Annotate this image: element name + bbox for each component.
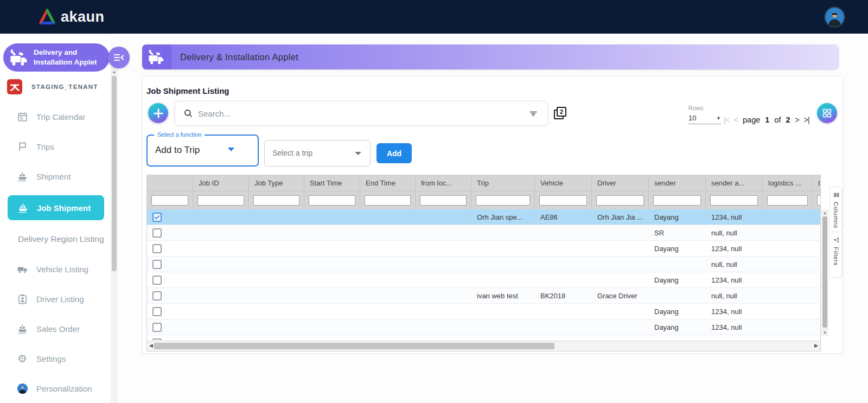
user-avatar[interactable] bbox=[825, 8, 844, 27]
row-checkbox[interactable] bbox=[152, 323, 162, 332]
table-header-row: Job IDJob TypeStart TimeEnd Timefrom loc… bbox=[147, 175, 820, 191]
row-checkbox[interactable] bbox=[152, 228, 162, 238]
chevron-down-icon: ▼ bbox=[716, 116, 721, 121]
sidebar-collapse-button[interactable] bbox=[108, 47, 130, 68]
sidebar-item-settings[interactable]: ⚙Settings bbox=[0, 348, 111, 369]
chevron-down-icon bbox=[355, 152, 361, 155]
column-header-vehicle[interactable]: Vehicle bbox=[535, 175, 592, 191]
sidebar-item-vehicle-listing[interactable]: Vehicle Listing bbox=[0, 258, 111, 280]
column-filter-input-sender_a[interactable] bbox=[710, 195, 758, 206]
search-input[interactable] bbox=[198, 109, 528, 118]
vertical-scrollbar[interactable]: ▲ ▼ bbox=[821, 209, 828, 336]
hscroll-thumb[interactable] bbox=[154, 343, 554, 349]
apps-grid-button[interactable] bbox=[817, 103, 837, 123]
trips-icon bbox=[16, 140, 28, 152]
pages-stack-icon[interactable]: 2 bbox=[554, 107, 569, 121]
column-filter-input-trip[interactable] bbox=[476, 195, 530, 206]
function-select[interactable]: Select a function Add to Trip bbox=[146, 135, 259, 167]
scroll-right-icon[interactable]: ▶ bbox=[814, 343, 818, 348]
column-header-trac[interactable]: trac bbox=[813, 175, 821, 191]
akaun-logo[interactable]: akaun bbox=[38, 9, 105, 25]
table-row[interactable]: Dayang1234, null bbox=[147, 319, 820, 335]
next-page-button[interactable]: > bbox=[795, 116, 799, 124]
column-filter-input-job_id[interactable] bbox=[197, 195, 244, 206]
add-button[interactable]: Add bbox=[376, 143, 412, 163]
chevron-down-icon bbox=[228, 148, 234, 151]
sidebar-item-personalization[interactable]: Personalization bbox=[0, 378, 111, 399]
rows-per-page-select[interactable]: 10 ▼ bbox=[688, 112, 721, 124]
sidebar-item-trips[interactable]: Trips bbox=[0, 136, 111, 157]
sidebar-item-staging-tenant[interactable]: STAGING_TENANT bbox=[0, 76, 111, 98]
row-checkbox[interactable] bbox=[152, 307, 162, 316]
vscroll-thumb[interactable] bbox=[822, 216, 827, 328]
last-page-button[interactable]: >| bbox=[804, 116, 809, 124]
column-filter-input-end_time[interactable] bbox=[365, 195, 411, 206]
column-header-end_time[interactable]: End Time bbox=[360, 175, 416, 191]
column-header-logistics[interactable]: logistics ... bbox=[763, 175, 813, 191]
truck-icon bbox=[16, 263, 28, 275]
trip-select[interactable]: Select a trip bbox=[264, 140, 371, 167]
sidebar-item-driver-listing[interactable]: Driver Listing bbox=[0, 288, 111, 310]
table-row[interactable]: null, null bbox=[147, 257, 820, 272]
table-row[interactable]: Dayang1234, null bbox=[147, 241, 820, 257]
column-filter-input-logistics[interactable] bbox=[767, 195, 808, 206]
prev-page-button[interactable]: < bbox=[734, 116, 738, 124]
horizontal-scrollbar[interactable]: ◀ ▶ bbox=[147, 341, 820, 351]
row-checkbox[interactable] bbox=[152, 291, 162, 300]
column-header-sender_a[interactable]: sender a... bbox=[706, 175, 763, 191]
sidebar-scrollbar[interactable]: ▲ ▼ bbox=[111, 67, 118, 403]
sidebar-applet-header[interactable]: Delivery and Installation Applet bbox=[3, 43, 110, 72]
column-filter-input-driver[interactable] bbox=[596, 195, 644, 206]
cell-start_time bbox=[304, 288, 360, 303]
scroll-up-icon[interactable]: ▲ bbox=[111, 69, 118, 74]
plus-icon bbox=[152, 107, 164, 119]
table-row[interactable]: Dayang1234, null bbox=[147, 272, 820, 288]
sidebar-item-job-shipment[interactable]: Job Shipment bbox=[8, 195, 104, 220]
column-filter-input-select[interactable] bbox=[151, 195, 188, 206]
row-checkbox-checked[interactable] bbox=[152, 213, 162, 222]
sidebar-scroll-thumb[interactable] bbox=[112, 76, 117, 271]
column-filter-input-trac[interactable] bbox=[817, 195, 821, 206]
column-filter-input-sender[interactable] bbox=[653, 195, 701, 206]
column-header-job_type[interactable]: Job Type bbox=[249, 175, 304, 191]
columns-tab[interactable]: Columns bbox=[829, 187, 843, 232]
column-filter-input-start_time[interactable] bbox=[309, 195, 355, 206]
sidebar-item-label: Settings bbox=[36, 354, 66, 363]
scroll-down-icon[interactable]: ▼ bbox=[821, 330, 828, 335]
sidebar-item-trip-calendar[interactable]: Trip Calendar bbox=[0, 106, 111, 127]
add-new-button[interactable] bbox=[148, 103, 168, 123]
column-filter-input-job_type[interactable] bbox=[253, 195, 299, 206]
column-header-trip[interactable]: Trip bbox=[471, 175, 535, 191]
column-header-job_id[interactable]: Job ID bbox=[193, 175, 249, 191]
row-checkbox[interactable] bbox=[152, 244, 162, 253]
total-pages: 2 bbox=[786, 116, 790, 124]
sidebar-item-shipment[interactable]: Shipment bbox=[0, 165, 111, 187]
column-header-driver[interactable]: Driver bbox=[592, 175, 649, 191]
row-checkbox-cell bbox=[147, 225, 193, 240]
column-header-sender[interactable]: sender bbox=[649, 175, 706, 191]
first-page-button[interactable]: |< bbox=[724, 116, 729, 124]
row-checkbox[interactable] bbox=[152, 276, 162, 285]
column-header-start_time[interactable]: Start Time bbox=[304, 175, 360, 191]
sidebar-item-sales-order[interactable]: Sales Order bbox=[0, 318, 111, 340]
cell-end_time bbox=[360, 241, 416, 256]
cell-job_type bbox=[249, 304, 304, 319]
cell-end_time bbox=[360, 304, 416, 319]
sidebar-item-delivery-region-listing[interactable]: Delivery Region Listing bbox=[0, 228, 111, 250]
row-checkbox[interactable] bbox=[152, 260, 162, 269]
column-header-from_loc[interactable]: from loc... bbox=[416, 175, 471, 191]
table-row[interactable]: Orh Jian spe...AE86Orh Jian Jia ...Dayan… bbox=[147, 209, 820, 225]
row-checkbox[interactable] bbox=[152, 338, 162, 341]
column-header-select[interactable] bbox=[147, 175, 193, 191]
column-filter-input-vehicle[interactable] bbox=[539, 195, 587, 206]
filters-tab[interactable]: Filters bbox=[829, 232, 843, 278]
table-row[interactable]: ivan web testBK2018Grace Drivernull, nul… bbox=[147, 288, 820, 304]
table-row[interactable]: Dayang1234, null bbox=[147, 335, 820, 340]
scroll-up-icon[interactable]: ▲ bbox=[821, 210, 828, 215]
table-row[interactable]: Dayang1234, null bbox=[147, 304, 820, 319]
column-filter-input-from_loc[interactable] bbox=[420, 195, 467, 206]
table-side-tabs: Columns Filters bbox=[829, 187, 843, 278]
scroll-left-icon[interactable]: ◀ bbox=[149, 343, 153, 348]
table-row[interactable]: SRnull, null bbox=[147, 225, 820, 241]
filter-list-icon[interactable] bbox=[528, 108, 539, 119]
